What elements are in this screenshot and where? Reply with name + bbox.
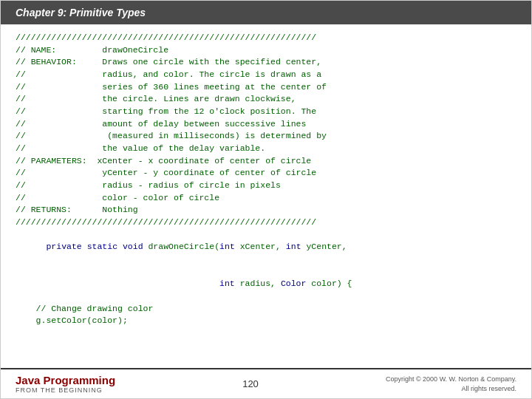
method-sig-2: int radius, Color color) { [16,266,516,303]
param-color: color) { [311,279,352,288]
code-content: ////////////////////////////////////////… [1,24,531,368]
keyword-int1: int [219,242,240,251]
code-line-13: // color - color of circle [16,192,516,205]
code-line-14: // RETURNS: Nothing [16,204,516,216]
method-sig-1: private static void drawOneCircle(int xC… [16,229,516,266]
brand-subtitle: FROM THE BEGINNING [16,386,115,394]
param-ycenter: yCenter, [306,242,347,251]
slide: Chapter 9: Primitive Types /////////////… [0,0,532,399]
copyright-line1: Copyright © 2000 W. W. Norton & Company. [386,375,516,384]
code-line-10: // PARAMETERS: xCenter - x coordinate of… [16,155,516,168]
code-line-2: // BEHAVIOR: Draws one circle with the s… [16,56,516,69]
divider-bottom: ////////////////////////////////////////… [16,216,516,229]
slide-footer: Java Programming FROM THE BEGINNING 120 … [1,368,531,398]
slide-title: Chapter 9: Primitive Types [16,7,146,18]
slide-header: Chapter 9: Primitive Types [1,1,531,24]
body-line-2: g.setColor(color); [16,315,516,327]
code-line-11: // yCenter - y coordinate of center of c… [16,167,516,180]
method-name: drawOneCircle( [148,242,219,251]
code-line-9: // the value of the delay variable. [16,143,516,155]
divider-top: ////////////////////////////////////////… [16,32,516,44]
copyright-line2: All rights reserved. [386,384,516,394]
brand-name: Java Programming [16,374,115,386]
keyword-static: static [87,242,123,251]
footer-branding: Java Programming FROM THE BEGINNING [16,374,115,394]
code-line-6: // starting from the 12 o'clock position… [16,106,516,118]
param-radius: radius, [240,279,281,288]
keyword-int3: int [219,279,240,288]
param-xcenter: xCenter, [240,242,286,251]
copyright: Copyright © 2000 W. W. Norton & Company.… [386,375,516,393]
code-line-7: // amount of delay between successive li… [16,118,516,131]
code-line-3: // radius, and color. The circle is draw… [16,69,516,81]
code-line-5: // the circle. Lines are drawn clockwise… [16,93,516,106]
body-line-1: // Change drawing color [16,303,516,316]
keyword-color: Color [281,279,311,288]
keyword-void: void [123,242,149,251]
code-line-8: // (measured in milliseconds) is determi… [16,130,516,143]
keyword-private: private [46,242,86,251]
keyword-int2: int [286,242,307,251]
code-line-12: // radius - radius of circle in pixels [16,180,516,192]
method-sig-indent [46,279,219,288]
code-line-4: // series of 360 lines meeting at the ce… [16,81,516,94]
code-line-1: // NAME: drawOneCircle [16,44,516,57]
page-number: 120 [242,378,259,389]
